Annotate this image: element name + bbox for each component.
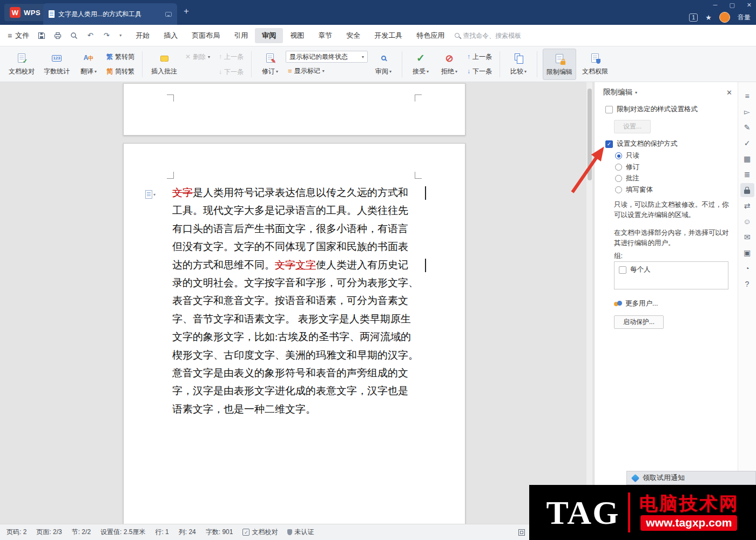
history-clock-icon[interactable]: ◔ (740, 261, 754, 275)
search-box[interactable] (455, 32, 533, 39)
sync-arrows-icon[interactable]: ⇄ (740, 199, 754, 213)
status-section[interactable]: 节: 2/2 (72, 528, 91, 537)
close-icon[interactable]: ✕ (747, 2, 752, 9)
prev-change-button[interactable]: ↑上一条 (465, 51, 494, 63)
translate-button[interactable]: A中 翻译▾ (76, 49, 102, 80)
radio-readonly[interactable] (615, 152, 622, 159)
panel-menu-icon[interactable]: ≡ (740, 89, 754, 103)
revision-change-bar (425, 259, 426, 272)
start-protection-button[interactable]: 启动保护... (614, 315, 664, 329)
mode-label-comment: 批注 (626, 174, 639, 183)
menu-tab-insert[interactable]: 插入 (157, 28, 185, 43)
doc-permission-button[interactable]: 文档权限 (579, 49, 611, 80)
status-setting-value[interactable]: 设置值: 2.5厘米 (100, 528, 145, 537)
status-not-certified[interactable]: 未认证 (287, 528, 314, 537)
restrict-format-checkbox-row[interactable]: 限制对选定的样式设置格式 (605, 105, 698, 114)
trial-notification[interactable]: 领取试用通知 (626, 471, 756, 485)
paragraph-tool-icon[interactable]: ≣ (740, 167, 754, 181)
status-doc-proof[interactable]: ✓文档校对 (242, 528, 278, 537)
protect-mode-comment[interactable]: 批注 (615, 173, 653, 184)
wps-logo[interactable]: W WPS (4, 4, 46, 21)
quickbar-caret-icon[interactable]: ▾ (118, 31, 123, 40)
insert-comment-button[interactable]: 插入批注 (148, 49, 180, 80)
restrict-format-checkbox[interactable] (605, 106, 613, 113)
redo-icon[interactable]: ↷ (102, 31, 111, 40)
status-page-count[interactable]: 页面: 2/3 (36, 528, 62, 537)
protect-mode-fill-form[interactable]: 填写窗体 (615, 184, 653, 195)
menu-tab-review[interactable]: 审阅 (255, 28, 283, 43)
menu-tab-special-apps[interactable]: 特色应用 (409, 28, 451, 43)
restrict-editing-button[interactable]: 限制编辑 (543, 49, 576, 80)
doc-text-run: 但没有文字。文字的不同体现了国家和民族的书面表 (172, 241, 408, 252)
menu-tab-section[interactable]: 章节 (311, 28, 339, 43)
everyone-checkbox[interactable] (619, 266, 626, 274)
document-text[interactable]: 文字是人类用符号记录表达信息以传之久远的方式和工具。现代文字大多是记录语言的工具… (172, 184, 430, 418)
panel-close-icon[interactable]: ✕ (726, 89, 732, 97)
protect-checkbox-row[interactable]: ✓ 设置文档的保护方式 (605, 139, 678, 148)
delete-comment-button[interactable]: ✕删除▾ (183, 51, 212, 63)
contacts-icon[interactable]: ☺ (740, 214, 754, 228)
arrow-down-icon: ↓ (467, 68, 470, 75)
simp-char-icon: 简 (106, 67, 113, 76)
status-line[interactable]: 行: 1 (155, 528, 168, 537)
table-tool-icon[interactable]: ▦ (740, 152, 754, 166)
protect-mode-revision[interactable]: 修订 (615, 161, 653, 173)
mail-icon[interactable]: ✉ (740, 230, 754, 244)
next-comment-button[interactable]: ↓下一条 (217, 66, 246, 78)
track-changes-button[interactable]: ✎ 修订▾ (257, 49, 283, 80)
everyone-checkbox-row[interactable]: 每个人 (615, 262, 728, 278)
menu-tab-page-layout[interactable]: 页面布局 (185, 28, 227, 43)
new-tab-button[interactable]: + (184, 6, 189, 16)
status-word-count[interactable]: 字数: 901 (206, 528, 233, 537)
status-column[interactable]: 列: 24 (179, 528, 196, 537)
fullscreen-icon[interactable] (518, 529, 525, 536)
menu-tab-dev-tools[interactable]: 开发工具 (367, 28, 409, 43)
radio-revision[interactable] (615, 164, 622, 171)
radio-comment[interactable] (615, 175, 622, 182)
compare-button[interactable]: 比较▾ (505, 49, 531, 80)
undo-icon[interactable]: ↶ (85, 31, 95, 40)
save-icon[interactable] (37, 31, 46, 40)
review-button[interactable]: 审阅▾ (370, 49, 396, 80)
document-area[interactable]: ▾ 文字是人类用符号记录表达信息以传之久远的方式和工具。现代文字大多是记录语言的… (0, 82, 594, 524)
markup-state-select[interactable]: 显示标记的最终状态▾ (286, 51, 368, 63)
revision-indicator-icon[interactable]: ▾ (145, 190, 156, 199)
word-count-button[interactable]: 123 字数统计 (40, 49, 73, 80)
prev-comment-button[interactable]: ↑上一条 (217, 51, 246, 63)
lock-protect-icon[interactable] (740, 183, 754, 197)
image-tool-icon[interactable]: ▣ (740, 246, 754, 260)
print-icon[interactable] (53, 31, 63, 40)
menu-tab-security[interactable]: 安全 (339, 28, 367, 43)
search-input[interactable] (463, 32, 533, 39)
help-circle-icon[interactable]: ? (740, 277, 754, 291)
select-cursor-icon[interactable]: ▻ (740, 105, 754, 119)
edit-pen-icon[interactable]: ✎ (740, 120, 754, 134)
reject-button[interactable]: ⊘ 拒绝▾ (436, 49, 462, 80)
doc-count-badge[interactable]: 1 (689, 14, 698, 22)
document-page[interactable]: ▾ 文字是人类用符号记录表达信息以传之久远的方式和工具。现代文字大多是记录语言的… (123, 143, 465, 524)
document-tab[interactable]: 文字是人类用...的方式和工具 (43, 3, 177, 25)
radio-fill-form[interactable] (615, 186, 622, 193)
format-settings-button[interactable]: 设置... (614, 120, 651, 133)
simp-to-trad-button[interactable]: 简简转繁 (104, 65, 137, 78)
file-menu-button[interactable]: ≡ 文件 (0, 25, 37, 46)
menu-tab-view[interactable]: 视图 (283, 28, 311, 43)
accept-button[interactable]: ✓ 接受▾ (408, 49, 434, 80)
status-page-number[interactable]: 页码: 2 (6, 528, 26, 537)
more-users-link[interactable]: 更多用户... (614, 299, 658, 308)
protect-mode-readonly[interactable]: 只读 (615, 150, 653, 161)
print-preview-icon[interactable] (69, 31, 79, 40)
doc-proof-button[interactable]: ✓ 文档校对 (5, 49, 38, 80)
proofread-icon[interactable]: ✓ (740, 136, 754, 150)
menu-tab-home[interactable]: 开始 (129, 28, 157, 43)
menu-tab-references[interactable]: 引用 (227, 28, 255, 43)
star-icon[interactable]: ★ (705, 14, 712, 22)
trad-to-simp-button[interactable]: 繁繁转简 (104, 51, 137, 63)
minimize-icon[interactable]: ─ (713, 2, 718, 9)
next-change-button[interactable]: ↓下一条 (465, 65, 494, 78)
restore-icon[interactable]: ▢ (729, 2, 734, 9)
protect-mode-options: 只读修订批注填写窗体 (615, 150, 653, 195)
chevron-down-icon[interactable]: ▾ (635, 90, 637, 95)
show-markup-button[interactable]: ≡显示标记▾ (286, 65, 368, 77)
user-avatar[interactable] (719, 12, 730, 23)
